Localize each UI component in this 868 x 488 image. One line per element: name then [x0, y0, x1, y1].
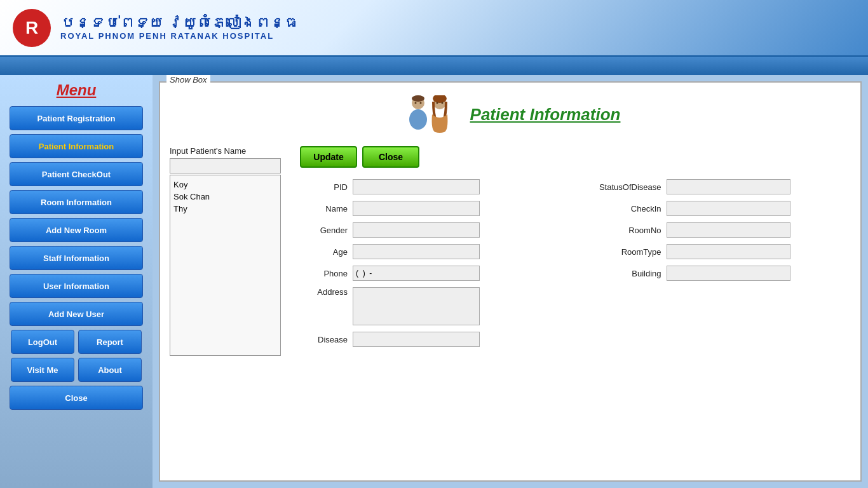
checkin-input[interactable]: [667, 201, 790, 216]
patient-icons: [400, 95, 458, 133]
phone-row: Phone: [300, 266, 566, 281]
pid-input[interactable]: [353, 179, 480, 194]
disease-row: Disease: [300, 332, 566, 347]
svg-point-8: [441, 102, 443, 104]
address-row: Address: [300, 287, 566, 325]
name-input[interactable]: [353, 201, 480, 216]
sidebar-item-logout[interactable]: LogOut: [11, 330, 74, 354]
sidebar-item-add-new-user[interactable]: Add New User: [10, 302, 143, 326]
patient-icon-svg: [400, 95, 458, 133]
sidebar-item-about[interactable]: About: [78, 358, 142, 382]
sidebar-item-patient-registration[interactable]: Patient Registration: [10, 106, 143, 130]
hospital-logo: R: [13, 9, 51, 47]
svg-point-1: [412, 95, 424, 102]
sidebar: Menu Patient Registration Patient Inform…: [0, 75, 153, 488]
patient-list[interactable]: Koy Sok Chan Thy: [170, 175, 281, 356]
roomno-row: RoomNo: [585, 222, 851, 238]
gender-label: Gender: [300, 226, 348, 235]
roomno-label: RoomNo: [585, 226, 661, 235]
content-area: Show Box: [153, 75, 868, 488]
sidebar-item-add-new-room[interactable]: Add New Room: [10, 218, 143, 242]
search-label: Input Patient's Name: [170, 146, 287, 156]
sidebar-item-close[interactable]: Close: [10, 386, 143, 410]
address-input[interactable]: [353, 287, 480, 325]
sidebar-item-user-information[interactable]: User Information: [10, 274, 143, 298]
roomtype-row: RoomType: [585, 244, 851, 259]
show-box-label: Show Box: [166, 75, 210, 85]
address-label: Address: [300, 287, 348, 297]
pid-label: PID: [300, 182, 348, 192]
checkin-label: CheckIn: [585, 204, 661, 214]
phone-input[interactable]: [353, 266, 480, 281]
patient-info-header: Patient Information: [170, 95, 851, 133]
pid-row: PID: [300, 179, 566, 194]
building-label: Building: [585, 269, 661, 278]
gender-input[interactable]: [353, 222, 480, 238]
sidebar-item-report[interactable]: Report: [78, 330, 142, 354]
status-input[interactable]: [667, 179, 790, 194]
action-buttons: Update Close: [300, 146, 851, 168]
show-box: Show Box: [159, 81, 862, 482]
building-row: Building: [585, 266, 851, 281]
gender-row: Gender: [300, 222, 566, 238]
age-row: Age: [300, 244, 566, 259]
list-item[interactable]: Koy: [173, 179, 277, 191]
status-label: StatusOfDisease: [585, 182, 661, 192]
sidebar-item-patient-checkout[interactable]: Patient CheckOut: [10, 162, 143, 186]
update-button[interactable]: Update: [300, 146, 357, 168]
hospital-name-en: ROYAL PHNOM PENH RATANAK HOSPITAL: [60, 31, 299, 41]
left-panel: Input Patient's Name Koy Sok Chan Thy: [170, 146, 287, 356]
disease-label: Disease: [300, 335, 348, 344]
close-button[interactable]: Close: [362, 146, 419, 168]
age-label: Age: [300, 247, 348, 257]
roomtype-input[interactable]: [667, 244, 790, 259]
fields-container: PID Name Gender: [300, 179, 851, 353]
fields-right: StatusOfDisease CheckIn RoomNo: [585, 179, 851, 353]
sidebar-item-visit-me[interactable]: Visit Me: [11, 358, 74, 382]
status-row: StatusOfDisease: [585, 179, 851, 194]
svg-point-2: [409, 109, 427, 130]
search-input[interactable]: [170, 158, 281, 173]
sidebar-bottom-row2: Visit Me About: [11, 358, 142, 382]
blue-banner: [0, 57, 868, 75]
header-text: បន្ទប់ពេទ្យ វ្យូលំភ្លៀងពន្ធ ROYAL PHNOM …: [60, 15, 299, 41]
disease-input[interactable]: [353, 332, 480, 347]
fields-left: PID Name Gender: [300, 179, 566, 353]
right-panel: Update Close PID Name: [300, 146, 851, 356]
name-row: Name: [300, 201, 566, 216]
patient-info-title: Patient Information: [470, 105, 621, 125]
svg-point-4: [419, 102, 421, 104]
svg-point-3: [414, 102, 416, 104]
menu-title: Menu: [57, 81, 97, 99]
form-layout: Input Patient's Name Koy Sok Chan Thy Up…: [170, 146, 851, 356]
sidebar-bottom-row1: LogOut Report: [11, 330, 142, 354]
sidebar-item-room-information[interactable]: Room Information: [10, 190, 143, 214]
list-item[interactable]: Sok Chan: [173, 191, 277, 203]
header: R បន្ទប់ពេទ្យ វ្យូលំភ្លៀងពន្ធ ROYAL PHNO…: [0, 0, 868, 57]
roomno-input[interactable]: [667, 222, 790, 238]
sidebar-item-patient-information[interactable]: Patient Information: [10, 134, 143, 158]
building-input[interactable]: [667, 266, 790, 281]
age-input[interactable]: [353, 244, 480, 259]
list-item[interactable]: Thy: [173, 203, 277, 215]
main-layout: Menu Patient Registration Patient Inform…: [0, 75, 868, 488]
name-label: Name: [300, 204, 348, 214]
phone-label: Phone: [300, 269, 348, 278]
roomtype-label: RoomType: [585, 247, 661, 257]
sidebar-item-staff-information[interactable]: Staff Information: [10, 246, 143, 270]
hospital-name-km: បន្ទប់ពេទ្យ វ្យូលំភ្លៀងពន្ធ: [60, 15, 299, 31]
checkin-row: CheckIn: [585, 201, 851, 216]
svg-point-7: [436, 102, 438, 104]
